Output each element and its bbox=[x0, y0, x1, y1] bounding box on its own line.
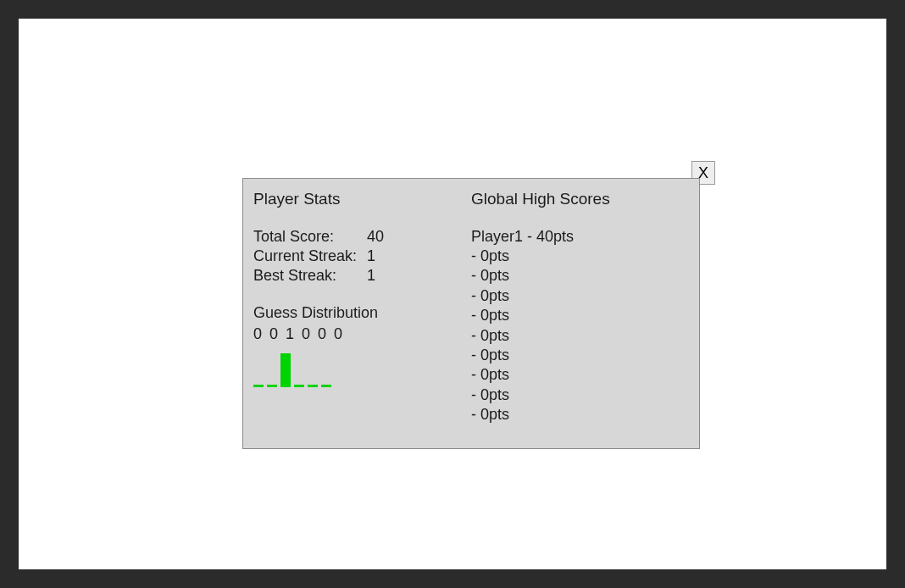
app-canvas: X Player Stats Total Score: 40 Current S… bbox=[19, 19, 886, 569]
high-score-row: - 0pts bbox=[471, 266, 689, 286]
total-score-value: 40 bbox=[367, 227, 384, 247]
chart-bar-1 bbox=[253, 385, 264, 387]
chart-bar-5 bbox=[308, 385, 318, 387]
modal-columns: Player Stats Total Score: 40 Current Str… bbox=[253, 189, 689, 438]
chart-bar-4 bbox=[294, 385, 304, 387]
guess-distribution-chart bbox=[253, 350, 464, 387]
best-streak-value: 1 bbox=[367, 266, 375, 286]
chart-bar-3 bbox=[280, 353, 291, 387]
best-streak-row: Best Streak: 1 bbox=[253, 266, 464, 286]
high-score-row: - 0pts bbox=[471, 405, 689, 424]
total-score-label: Total Score: bbox=[253, 227, 364, 247]
guess-distribution-title: Guess Distribution bbox=[253, 303, 464, 323]
best-streak-label: Best Streak: bbox=[253, 266, 364, 286]
current-streak-row: Current Streak: 1 bbox=[253, 247, 464, 266]
high-score-row: - 0pts bbox=[471, 286, 689, 306]
guess-distribution-values: 0 0 1 0 0 0 bbox=[253, 325, 464, 344]
high-scores-title: Global High Scores bbox=[471, 189, 689, 210]
stats-modal: Player Stats Total Score: 40 Current Str… bbox=[242, 178, 700, 449]
current-streak-label: Current Streak: bbox=[253, 247, 364, 266]
player-stats-title: Player Stats bbox=[253, 189, 464, 210]
chart-bar-2 bbox=[267, 385, 277, 387]
high-score-row: Player1 - 40pts bbox=[471, 227, 689, 247]
total-score-row: Total Score: 40 bbox=[253, 227, 464, 247]
high-score-row: - 0pts bbox=[471, 365, 689, 385]
current-streak-value: 1 bbox=[367, 247, 375, 266]
high-score-row: - 0pts bbox=[471, 346, 689, 365]
high-scores-column: Global High Scores Player1 - 40pts - 0pt… bbox=[471, 189, 689, 438]
player-stats-column: Player Stats Total Score: 40 Current Str… bbox=[253, 189, 471, 438]
chart-bar-6 bbox=[321, 385, 331, 387]
high-score-row: - 0pts bbox=[471, 326, 689, 346]
high-score-row: - 0pts bbox=[471, 386, 689, 405]
high-score-row: - 0pts bbox=[471, 247, 689, 266]
high-scores-list: Player1 - 40pts - 0pts - 0pts - 0pts - 0… bbox=[471, 227, 689, 425]
high-score-row: - 0pts bbox=[471, 306, 689, 325]
